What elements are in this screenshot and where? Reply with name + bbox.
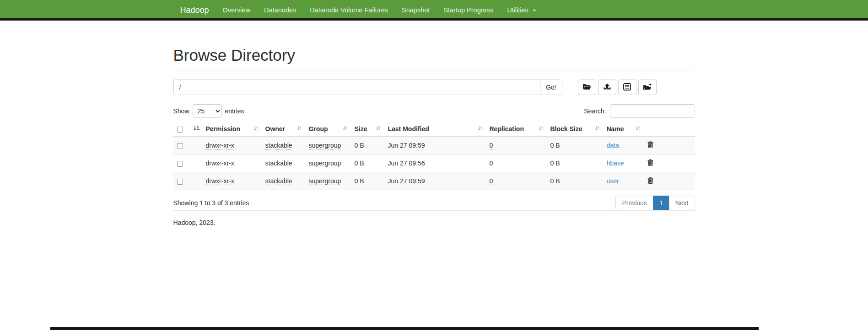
header-last-modified[interactable]: Last Modified	[384, 122, 486, 137]
permission-editable[interactable]: drwxr-xr-x	[206, 177, 234, 185]
table-row: drwxr-xr-x stackable supergroup 0 B Jun …	[173, 154, 695, 172]
replication-editable[interactable]: 0	[490, 160, 493, 167]
create-directory-button[interactable]	[578, 80, 596, 95]
nav-item-utilities[interactable]: Utilities	[500, 0, 543, 21]
owner-editable[interactable]: stackable	[265, 160, 292, 167]
folder-transfer-icon	[643, 83, 652, 92]
permission-editable[interactable]: drwxr-xr-x	[206, 142, 234, 149]
bottom-dark-strip	[50, 327, 759, 330]
block-size-value: 0 B	[550, 142, 560, 149]
header-replication[interactable]: Replication	[486, 122, 547, 137]
select-all-checkbox[interactable]	[177, 127, 183, 133]
nav-item-datanode-volume-failures[interactable]: Datanode Volume Failures	[303, 0, 395, 21]
list-alt-icon	[623, 83, 631, 92]
group-editable[interactable]: supergroup	[309, 177, 341, 185]
search-input[interactable]	[610, 104, 695, 118]
replication-editable[interactable]: 0	[490, 142, 493, 149]
brand-hadoop[interactable]: Hadoop	[173, 0, 216, 21]
footer-divider	[173, 210, 695, 211]
directory-link[interactable]: data	[607, 142, 619, 149]
header-permission[interactable]: Permission	[202, 122, 262, 137]
entries-info: Showing 1 to 3 of 3 entries	[173, 199, 249, 207]
block-size-value: 0 B	[550, 160, 560, 167]
upload-icon	[603, 83, 611, 92]
pagination: Previous 1 Next	[615, 196, 695, 210]
row-checkbox[interactable]	[177, 179, 183, 185]
pagination-page-1[interactable]: 1	[653, 196, 669, 210]
footer-text: Hadoop, 2023.	[173, 219, 695, 226]
entries-label: entries	[225, 107, 244, 115]
sort-both-icon	[253, 125, 259, 133]
main-content: Browse Directory Go!	[167, 46, 702, 226]
folder-open-icon	[582, 83, 591, 92]
delete-button[interactable]	[647, 159, 653, 166]
nav-item-overview[interactable]: Overview	[216, 0, 257, 21]
sort-both-icon	[376, 125, 382, 133]
sort-both-icon	[297, 125, 302, 133]
directory-link[interactable]: hbase	[607, 160, 624, 167]
nav-item-startup-progress[interactable]: Startup Progress	[437, 0, 500, 21]
directory-table: Permission Owner Group Size Last Modifie…	[173, 122, 695, 190]
search-control: Search:	[584, 104, 695, 118]
trash-icon	[647, 178, 653, 185]
block-size-value: 0 B	[550, 177, 560, 185]
sort-both-icon	[538, 125, 544, 133]
delete-button[interactable]	[647, 177, 653, 184]
nav-item-snapshot[interactable]: Snapshot	[395, 0, 437, 21]
page-length-control: Show 25 entries	[173, 104, 244, 118]
title-divider	[173, 70, 695, 70]
header-owner[interactable]: Owner	[262, 122, 305, 137]
group-editable[interactable]: supergroup	[309, 160, 341, 167]
navbar: Hadoop Overview Datanodes Datanode Volum…	[0, 0, 868, 21]
header-block-size[interactable]: Block Size	[547, 122, 603, 137]
go-button[interactable]: Go!	[540, 80, 562, 95]
table-controls: Show 25 entries Search:	[173, 104, 695, 118]
path-bar: Go!	[173, 80, 695, 95]
caret-down-icon	[533, 10, 536, 11]
row-checkbox[interactable]	[177, 143, 183, 149]
size-value: 0 B	[355, 177, 364, 185]
last-modified-value: Jun 27 09:59	[388, 177, 425, 185]
search-label: Search:	[584, 107, 606, 115]
last-modified-value: Jun 27 09:59	[388, 142, 425, 149]
path-input-group: Go!	[173, 80, 562, 95]
header-size[interactable]: Size	[351, 122, 384, 137]
header-group[interactable]: Group	[305, 122, 351, 137]
sort-both-icon	[594, 125, 600, 133]
header-actions	[644, 122, 695, 137]
sort-both-icon	[635, 125, 641, 133]
row-checkbox[interactable]	[177, 161, 183, 167]
size-value: 0 B	[355, 160, 364, 167]
owner-editable[interactable]: stackable	[265, 177, 292, 185]
pagination-next[interactable]: Next	[669, 196, 695, 210]
permission-editable[interactable]: drwxr-xr-x	[206, 160, 234, 167]
show-label: Show	[173, 107, 189, 115]
trash-icon	[647, 160, 653, 167]
table-row: drwxr-xr-x stackable supergroup 0 B Jun …	[173, 137, 695, 154]
page-size-select[interactable]: 25	[193, 104, 222, 118]
table-row: drwxr-xr-x stackable supergroup 0 B Jun …	[173, 172, 695, 190]
group-editable[interactable]: supergroup	[309, 142, 341, 149]
last-modified-value: Jun 27 09:56	[388, 160, 425, 167]
sort-both-icon	[477, 125, 483, 133]
header-name[interactable]: Name	[603, 122, 644, 137]
sort-descending-icon	[193, 125, 199, 133]
directory-link[interactable]: user	[607, 177, 619, 185]
upload-files-button[interactable]	[598, 80, 616, 95]
list-alt-button[interactable]	[618, 80, 636, 95]
pagination-previous[interactable]: Previous	[615, 196, 653, 210]
delete-button[interactable]	[647, 141, 653, 148]
folder-transfer-button[interactable]	[638, 80, 657, 95]
trash-icon	[647, 143, 653, 149]
navbar-menu: Overview Datanodes Datanode Volume Failu…	[216, 0, 543, 21]
directory-path-input[interactable]	[173, 80, 540, 95]
size-value: 0 B	[355, 142, 364, 149]
nav-item-datanodes[interactable]: Datanodes	[257, 0, 303, 21]
table-header-row: Permission Owner Group Size Last Modifie…	[173, 122, 695, 137]
page-title: Browse Directory	[173, 46, 695, 64]
table-footer: Showing 1 to 3 of 3 entries Previous 1 N…	[173, 196, 695, 210]
select-all-header[interactable]	[173, 122, 202, 137]
nav-item-utilities-label: Utilities	[507, 6, 528, 14]
owner-editable[interactable]: stackable	[265, 142, 292, 149]
replication-editable[interactable]: 0	[490, 177, 493, 185]
